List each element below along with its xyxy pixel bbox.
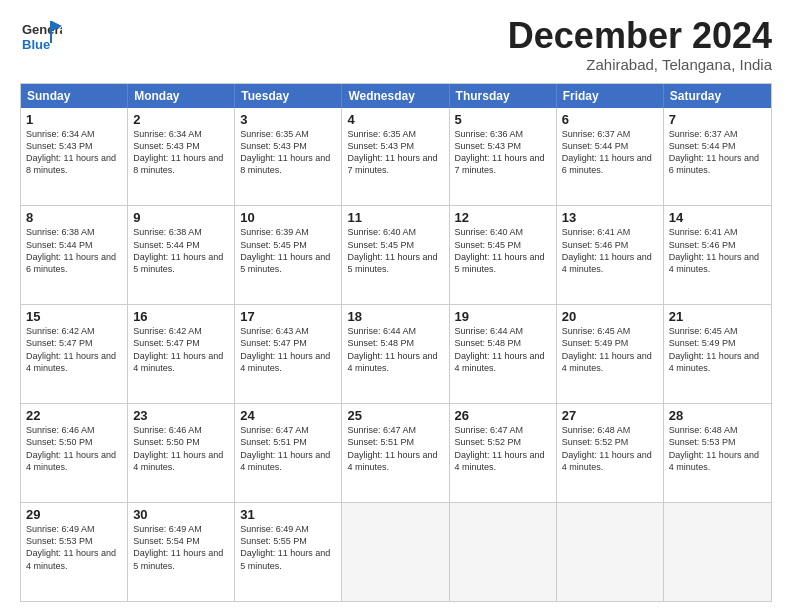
cell-info: Sunrise: 6:45 AM Sunset: 5:49 PM Dayligh… — [669, 325, 766, 374]
weekday-sunday: Sunday — [21, 84, 128, 108]
calendar-cell-r5-c2: 30Sunrise: 6:49 AM Sunset: 5:54 PM Dayli… — [128, 503, 235, 601]
cell-info: Sunrise: 6:41 AM Sunset: 5:46 PM Dayligh… — [562, 226, 658, 275]
cell-info: Sunrise: 6:35 AM Sunset: 5:43 PM Dayligh… — [347, 128, 443, 177]
day-number: 16 — [133, 309, 229, 324]
calendar-cell-r4-c7: 28Sunrise: 6:48 AM Sunset: 5:53 PM Dayli… — [664, 404, 771, 502]
calendar-cell-r3-c3: 17Sunrise: 6:43 AM Sunset: 5:47 PM Dayli… — [235, 305, 342, 403]
calendar-header: Sunday Monday Tuesday Wednesday Thursday… — [21, 84, 771, 108]
calendar-cell-r4-c4: 25Sunrise: 6:47 AM Sunset: 5:51 PM Dayli… — [342, 404, 449, 502]
calendar-cell-r5-c6 — [557, 503, 664, 601]
weekday-monday: Monday — [128, 84, 235, 108]
day-number: 26 — [455, 408, 551, 423]
cell-info: Sunrise: 6:38 AM Sunset: 5:44 PM Dayligh… — [133, 226, 229, 275]
calendar-cell-r4-c2: 23Sunrise: 6:46 AM Sunset: 5:50 PM Dayli… — [128, 404, 235, 502]
day-number: 22 — [26, 408, 122, 423]
cell-info: Sunrise: 6:47 AM Sunset: 5:52 PM Dayligh… — [455, 424, 551, 473]
calendar-cell-r4-c1: 22Sunrise: 6:46 AM Sunset: 5:50 PM Dayli… — [21, 404, 128, 502]
day-number: 4 — [347, 112, 443, 127]
location: Zahirabad, Telangana, India — [508, 56, 772, 73]
calendar-cell-r5-c1: 29Sunrise: 6:49 AM Sunset: 5:53 PM Dayli… — [21, 503, 128, 601]
calendar-row-4: 22Sunrise: 6:46 AM Sunset: 5:50 PM Dayli… — [21, 403, 771, 502]
calendar-row-2: 8Sunrise: 6:38 AM Sunset: 5:44 PM Daylig… — [21, 205, 771, 304]
calendar-cell-r4-c3: 24Sunrise: 6:47 AM Sunset: 5:51 PM Dayli… — [235, 404, 342, 502]
day-number: 21 — [669, 309, 766, 324]
calendar-cell-r2-c1: 8Sunrise: 6:38 AM Sunset: 5:44 PM Daylig… — [21, 206, 128, 304]
cell-info: Sunrise: 6:40 AM Sunset: 5:45 PM Dayligh… — [347, 226, 443, 275]
calendar-cell-r1-c6: 6Sunrise: 6:37 AM Sunset: 5:44 PM Daylig… — [557, 108, 664, 206]
calendar-cell-r3-c7: 21Sunrise: 6:45 AM Sunset: 5:49 PM Dayli… — [664, 305, 771, 403]
day-number: 1 — [26, 112, 122, 127]
cell-info: Sunrise: 6:37 AM Sunset: 5:44 PM Dayligh… — [562, 128, 658, 177]
calendar-cell-r1-c1: 1Sunrise: 6:34 AM Sunset: 5:43 PM Daylig… — [21, 108, 128, 206]
calendar-cell-r2-c7: 14Sunrise: 6:41 AM Sunset: 5:46 PM Dayli… — [664, 206, 771, 304]
calendar-cell-r4-c6: 27Sunrise: 6:48 AM Sunset: 5:52 PM Dayli… — [557, 404, 664, 502]
cell-info: Sunrise: 6:39 AM Sunset: 5:45 PM Dayligh… — [240, 226, 336, 275]
day-number: 23 — [133, 408, 229, 423]
calendar-cell-r3-c2: 16Sunrise: 6:42 AM Sunset: 5:47 PM Dayli… — [128, 305, 235, 403]
cell-info: Sunrise: 6:40 AM Sunset: 5:45 PM Dayligh… — [455, 226, 551, 275]
cell-info: Sunrise: 6:43 AM Sunset: 5:47 PM Dayligh… — [240, 325, 336, 374]
day-number: 24 — [240, 408, 336, 423]
day-number: 11 — [347, 210, 443, 225]
day-number: 18 — [347, 309, 443, 324]
day-number: 28 — [669, 408, 766, 423]
cell-info: Sunrise: 6:44 AM Sunset: 5:48 PM Dayligh… — [455, 325, 551, 374]
calendar-cell-r3-c5: 19Sunrise: 6:44 AM Sunset: 5:48 PM Dayli… — [450, 305, 557, 403]
calendar-cell-r4-c5: 26Sunrise: 6:47 AM Sunset: 5:52 PM Dayli… — [450, 404, 557, 502]
weekday-friday: Friday — [557, 84, 664, 108]
calendar-cell-r5-c5 — [450, 503, 557, 601]
title-section: December 2024 Zahirabad, Telangana, Indi… — [508, 16, 772, 73]
cell-info: Sunrise: 6:47 AM Sunset: 5:51 PM Dayligh… — [240, 424, 336, 473]
calendar-cell-r3-c4: 18Sunrise: 6:44 AM Sunset: 5:48 PM Dayli… — [342, 305, 449, 403]
calendar-cell-r3-c6: 20Sunrise: 6:45 AM Sunset: 5:49 PM Dayli… — [557, 305, 664, 403]
calendar-cell-r5-c4 — [342, 503, 449, 601]
calendar-cell-r5-c7 — [664, 503, 771, 601]
calendar-row-5: 29Sunrise: 6:49 AM Sunset: 5:53 PM Dayli… — [21, 502, 771, 601]
day-number: 20 — [562, 309, 658, 324]
calendar-cell-r2-c3: 10Sunrise: 6:39 AM Sunset: 5:45 PM Dayli… — [235, 206, 342, 304]
cell-info: Sunrise: 6:44 AM Sunset: 5:48 PM Dayligh… — [347, 325, 443, 374]
day-number: 19 — [455, 309, 551, 324]
day-number: 29 — [26, 507, 122, 522]
cell-info: Sunrise: 6:45 AM Sunset: 5:49 PM Dayligh… — [562, 325, 658, 374]
day-number: 27 — [562, 408, 658, 423]
month-title: December 2024 — [508, 16, 772, 56]
cell-info: Sunrise: 6:48 AM Sunset: 5:53 PM Dayligh… — [669, 424, 766, 473]
day-number: 8 — [26, 210, 122, 225]
day-number: 15 — [26, 309, 122, 324]
day-number: 30 — [133, 507, 229, 522]
cell-info: Sunrise: 6:41 AM Sunset: 5:46 PM Dayligh… — [669, 226, 766, 275]
cell-info: Sunrise: 6:46 AM Sunset: 5:50 PM Dayligh… — [133, 424, 229, 473]
calendar-cell-r2-c5: 12Sunrise: 6:40 AM Sunset: 5:45 PM Dayli… — [450, 206, 557, 304]
day-number: 5 — [455, 112, 551, 127]
day-number: 14 — [669, 210, 766, 225]
calendar-body: 1Sunrise: 6:34 AM Sunset: 5:43 PM Daylig… — [21, 108, 771, 601]
cell-info: Sunrise: 6:34 AM Sunset: 5:43 PM Dayligh… — [26, 128, 122, 177]
svg-rect-3 — [50, 21, 52, 43]
day-number: 9 — [133, 210, 229, 225]
day-number: 3 — [240, 112, 336, 127]
day-number: 25 — [347, 408, 443, 423]
cell-info: Sunrise: 6:49 AM Sunset: 5:55 PM Dayligh… — [240, 523, 336, 572]
calendar-cell-r5-c3: 31Sunrise: 6:49 AM Sunset: 5:55 PM Dayli… — [235, 503, 342, 601]
cell-info: Sunrise: 6:35 AM Sunset: 5:43 PM Dayligh… — [240, 128, 336, 177]
weekday-wednesday: Wednesday — [342, 84, 449, 108]
day-number: 6 — [562, 112, 658, 127]
day-number: 2 — [133, 112, 229, 127]
calendar-cell-r2-c2: 9Sunrise: 6:38 AM Sunset: 5:44 PM Daylig… — [128, 206, 235, 304]
cell-info: Sunrise: 6:46 AM Sunset: 5:50 PM Dayligh… — [26, 424, 122, 473]
calendar-cell-r3-c1: 15Sunrise: 6:42 AM Sunset: 5:47 PM Dayli… — [21, 305, 128, 403]
cell-info: Sunrise: 6:47 AM Sunset: 5:51 PM Dayligh… — [347, 424, 443, 473]
day-number: 17 — [240, 309, 336, 324]
day-number: 31 — [240, 507, 336, 522]
calendar-cell-r1-c2: 2Sunrise: 6:34 AM Sunset: 5:43 PM Daylig… — [128, 108, 235, 206]
calendar: Sunday Monday Tuesday Wednesday Thursday… — [20, 83, 772, 602]
cell-info: Sunrise: 6:36 AM Sunset: 5:43 PM Dayligh… — [455, 128, 551, 177]
cell-info: Sunrise: 6:49 AM Sunset: 5:53 PM Dayligh… — [26, 523, 122, 572]
page: General Blue December 2024 Zahirabad, Te… — [0, 0, 792, 612]
header: General Blue December 2024 Zahirabad, Te… — [20, 16, 772, 73]
calendar-cell-r1-c4: 4Sunrise: 6:35 AM Sunset: 5:43 PM Daylig… — [342, 108, 449, 206]
svg-text:Blue: Blue — [22, 37, 50, 52]
logo: General Blue — [20, 16, 62, 58]
cell-info: Sunrise: 6:42 AM Sunset: 5:47 PM Dayligh… — [133, 325, 229, 374]
